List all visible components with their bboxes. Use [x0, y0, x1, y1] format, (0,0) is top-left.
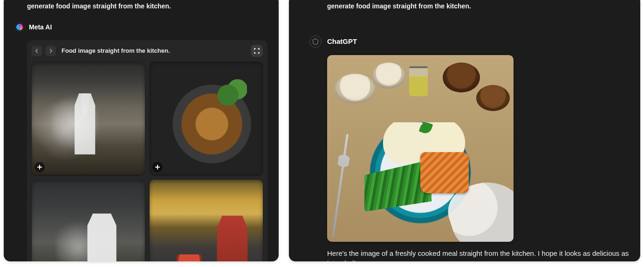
meta-ai-panel: generate food image straight from the ki… — [4, 0, 279, 261]
decor-cloth — [442, 172, 514, 241]
assistant-response-text: Here's the image of a freshly cooked mea… — [327, 248, 629, 261]
chatgpt-logo-icon — [309, 35, 322, 48]
decor-bowl — [372, 63, 405, 89]
decor-food — [364, 160, 432, 212]
sparkle-icon — [155, 164, 160, 170]
decor-bowl — [443, 63, 480, 92]
decor-bowl — [476, 85, 510, 111]
assistant-name: ChatGPT — [327, 37, 357, 45]
user-prompt: generate food image straight from the ki… — [4, 0, 279, 11]
user-prompt: generate food image straight from the ki… — [289, 0, 640, 11]
gallery-image-2[interactable] — [150, 62, 263, 175]
chevron-left-icon — [34, 49, 39, 53]
assistant-header: Meta AI — [4, 11, 279, 35]
gallery-header: Food image straight from the kitchen. — [32, 45, 263, 57]
chevron-right-icon — [48, 49, 53, 53]
sparkle-icon — [37, 164, 42, 170]
image-action-button[interactable] — [152, 162, 163, 172]
generated-image[interactable] — [327, 55, 514, 242]
assistant-header: ChatGPT — [289, 11, 640, 50]
chatgpt-panel: generate food image straight from the ki… — [289, 0, 640, 261]
gallery-prev-button[interactable] — [32, 46, 42, 56]
meta-ai-logo-icon — [15, 22, 24, 32]
gallery-image-4[interactable] — [150, 180, 263, 261]
image-action-button[interactable] — [34, 162, 45, 172]
expand-icon — [254, 48, 260, 54]
gallery-next-button[interactable] — [46, 46, 56, 56]
assistant-name: Meta AI — [29, 23, 52, 31]
gallery-grid — [32, 62, 263, 261]
decor-fork — [328, 133, 353, 238]
decor-bowl — [335, 74, 376, 104]
gallery-caption: Food image straight from the kitchen. — [60, 47, 247, 54]
image-gallery: Food image straight from the kitchen. — [27, 40, 267, 261]
gallery-image-1[interactable] — [32, 62, 145, 175]
gallery-image-3[interactable] — [32, 180, 145, 261]
decor-jar — [409, 66, 428, 96]
expand-button[interactable] — [251, 45, 263, 57]
